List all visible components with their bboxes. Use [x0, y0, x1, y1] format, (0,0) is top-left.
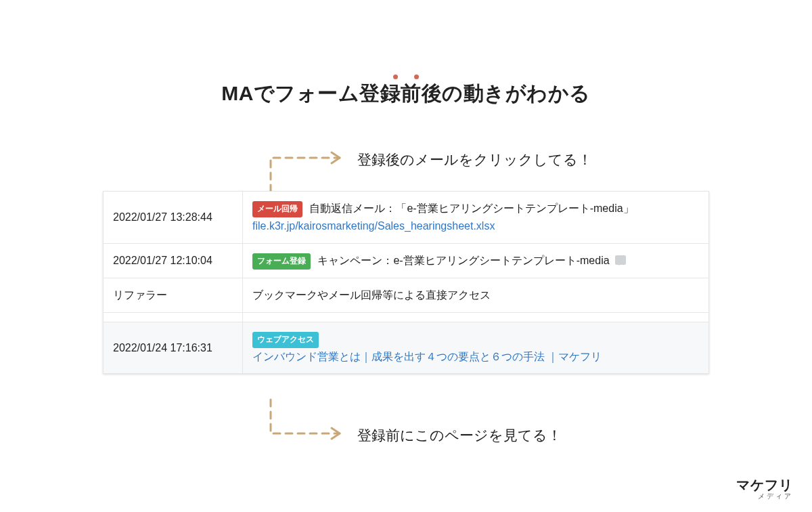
brand-sub: メディア	[736, 493, 793, 500]
annotation-bottom: 登録前にこのページを見てる！	[357, 426, 562, 445]
arrow-bottom	[264, 393, 352, 447]
timestamp-cell: 2022/01/27 12:10:04	[104, 243, 243, 278]
page-title: MAでフォーム登録前後の動きがわかる	[0, 80, 812, 108]
timestamp-cell: 2022/01/27 13:28:44	[104, 192, 243, 244]
tag-web-access: ウェブアクセス	[252, 332, 319, 348]
detail-cell: ブックマークやメール回帰等による直接アクセス	[243, 278, 709, 312]
timestamp-cell: 2022/01/24 17:16:31	[104, 322, 243, 374]
row1-link[interactable]: file.k3r.jp/kairosmarketing/Sales_hearin…	[252, 220, 495, 232]
brand-logo: マケフリ メディア	[736, 478, 793, 500]
brand-name: マケフリ	[736, 478, 793, 492]
table-row: 2022/01/27 12:10:04 フォーム登録 キャンペーン：e-営業ヒア…	[104, 243, 709, 278]
table-row: 2022/01/27 13:28:44 メール回帰 自動返信メール：「e-営業ヒ…	[104, 192, 709, 244]
tag-form-register: フォーム登録	[252, 253, 311, 270]
detail-cell: メール回帰 自動返信メール：「e-営業ヒアリングシートテンプレート-media」…	[243, 192, 709, 244]
row4-link[interactable]: インバウンド営業とは｜成果を出す４つの要点と６つの手法 ｜マケフリ	[252, 351, 602, 362]
activity-table: 2022/01/27 13:28:44 メール回帰 自動返信メール：「e-営業ヒ…	[103, 191, 709, 374]
table-row: 2022/01/24 17:16:31 ウェブアクセス インバウンド営業とは｜成…	[104, 322, 709, 374]
comment-icon[interactable]	[615, 255, 626, 265]
row1-desc: 自動返信メール：「e-営業ヒアリングシートテンプレート-media」	[309, 202, 633, 214]
table-row: リファラー ブックマークやメール回帰等による直接アクセス	[104, 278, 709, 312]
tag-mail-return: メール回帰	[252, 201, 302, 217]
annotation-top: 登録後のメールをクリックしてる！	[357, 150, 592, 169]
arrow-top	[264, 144, 352, 198]
label-cell: リファラー	[104, 278, 243, 312]
detail-cell: ウェブアクセス インバウンド営業とは｜成果を出す４つの要点と６つの手法 ｜マケフ…	[243, 322, 709, 374]
row2-desc: キャンペーン：e-営業ヒアリングシートテンプレート-media	[317, 255, 609, 266]
spacer-row	[104, 312, 709, 322]
detail-cell: フォーム登録 キャンペーン：e-営業ヒアリングシートテンプレート-media	[243, 243, 709, 278]
